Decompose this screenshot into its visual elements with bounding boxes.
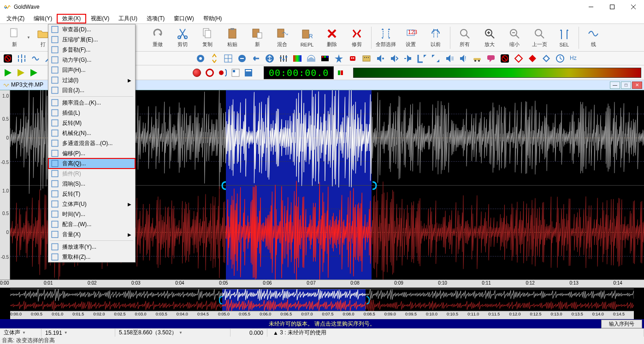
file-maximize[interactable]: □ [621, 82, 631, 89]
fx-car-icon[interactable] [472, 53, 482, 64]
tool2-button[interactable] [243, 68, 254, 78]
play2-button[interactable] [16, 68, 26, 78]
tb-zoom-sel[interactable]: SEL [552, 25, 576, 51]
tb-zoom-out[interactable]: 缩小 [502, 25, 526, 51]
menu-window[interactable]: 窗口(W) [169, 14, 198, 23]
fx-compress-icon[interactable] [17, 53, 27, 64]
effect-compressor[interactable]: 压缩/扩展(E)... [48, 35, 135, 45]
effect-interpolate[interactable]: 插值(L) [48, 108, 135, 118]
effect-invert[interactable]: 反转(M) [48, 118, 135, 128]
record-ring-button[interactable] [205, 68, 215, 78]
tb-select-all[interactable]: 全部选择 [374, 25, 398, 51]
effect-dynamics[interactable]: 动力学(G)... [48, 55, 135, 65]
menu-help[interactable]: 帮助(H) [199, 14, 227, 23]
fx-doppler-icon[interactable] [30, 53, 41, 64]
fx-icon-2[interactable] [209, 53, 219, 64]
fx-icon-1[interactable] [195, 53, 206, 64]
fx-icon-4[interactable] [237, 53, 247, 64]
record-button[interactable] [192, 68, 202, 78]
purchase-bar[interactable]: 未经许可的版本。 请点击这里购买序列号。 输入序列号 [0, 319, 644, 328]
file-minimize[interactable]: — [610, 82, 620, 89]
meter-toggle[interactable] [337, 68, 347, 78]
enter-serial-button[interactable]: 输入序列号 [601, 320, 642, 328]
status-position[interactable]: 0.000 [230, 329, 267, 337]
tb-trim[interactable]: 修剪 [345, 25, 369, 51]
fx-icon-6[interactable] [265, 53, 275, 64]
effect-mechanize[interactable]: 机械化(N)... [48, 128, 135, 138]
effect-stereo[interactable]: 立体声(U)▶ [48, 199, 135, 209]
maximize-button[interactable] [602, 0, 623, 14]
fx-speaker5-icon[interactable]: ! [458, 53, 468, 64]
menu-edit[interactable]: 编辑(Y) [29, 14, 57, 23]
fx-speaker1-icon[interactable] [375, 53, 385, 64]
status-channels[interactable]: 立体声▼ [0, 329, 41, 337]
menu-options[interactable]: 选项(T) [142, 14, 169, 23]
tb-replace[interactable]: RREPL [295, 25, 319, 51]
fx-diamond1-icon[interactable] [514, 53, 524, 64]
fx-chanR-icon[interactable] [431, 53, 441, 64]
tb-mix[interactable]: 混合 [270, 25, 294, 51]
effect-playback-rate[interactable]: 播放速率(Y)... [48, 242, 135, 252]
play3-button[interactable] [29, 68, 39, 78]
effect-flanger[interactable]: 回音(J)... [48, 85, 135, 95]
tb-cut[interactable]: 剪切 [171, 25, 195, 51]
time-ruler[interactable]: 0:000:010:020:030:040:050:060:070:080:09… [0, 280, 644, 288]
tb-set-sel[interactable]: 123设置 [399, 25, 423, 51]
tb-paste-new[interactable]: 新 [245, 25, 269, 51]
status-selection[interactable]: 5.158至8.660（3.502）▼ [115, 329, 230, 337]
fx-chat-icon[interactable] [486, 53, 496, 64]
fx-no-icon[interactable] [500, 53, 510, 64]
menu-view[interactable]: 视图(V) [86, 14, 114, 23]
status-length[interactable]: 15.191▼ [41, 329, 115, 337]
fx-mixer-icon[interactable] [361, 53, 372, 64]
effect-pitch[interactable]: 音高(Q)... [48, 158, 135, 169]
tb-line[interactable]: 线 [581, 25, 605, 51]
fx-diamond3-icon[interactable] [541, 53, 551, 64]
fx-icon-3[interactable] [223, 53, 233, 64]
tb-prev-page[interactable]: 上一页 [527, 25, 551, 51]
fx-clock-icon[interactable] [555, 53, 565, 64]
minimize-button[interactable] [580, 0, 602, 14]
tb-view-all[interactable]: 所有 [453, 25, 477, 51]
tb-redo[interactable]: 重做 [146, 25, 170, 51]
menu-file[interactable]: 文件(Z) [2, 14, 29, 23]
effect-censor[interactable]: 审查器(D)... [48, 24, 135, 35]
menu-tool[interactable]: 工具(U) [114, 14, 142, 23]
fx-robot-icon[interactable] [348, 53, 358, 64]
effect-echo[interactable]: 回声(H)... [48, 65, 135, 75]
fx-spectrum-icon[interactable] [292, 53, 302, 64]
play-button[interactable] [3, 68, 13, 78]
effect-voiceover[interactable]: 配音...(W)... [48, 219, 135, 229]
tb-paste[interactable]: 粘贴 [220, 25, 244, 51]
overview-handle-right[interactable] [365, 296, 371, 305]
file-close[interactable]: ✕ [632, 82, 642, 89]
effect-time[interactable]: 时间(V)... [48, 209, 135, 219]
effect-volume[interactable]: 音量(X)▶ [48, 229, 135, 239]
tool1-button[interactable] [230, 68, 241, 78]
tb-previous[interactable]: 以前 [424, 25, 448, 51]
fx-speaker3-icon[interactable] [403, 53, 413, 64]
effect-reverse[interactable]: 反转(T) [48, 189, 135, 199]
effect-freq-blend[interactable]: 频率混合...(K)... [48, 98, 135, 108]
tb-new[interactable]: 新 [2, 25, 26, 51]
overview-handle-left[interactable] [218, 296, 224, 305]
fx-rainbow-icon[interactable] [320, 53, 330, 64]
fx-icon-5[interactable] [251, 53, 261, 64]
menu-effect[interactable]: 效果(X) [57, 14, 86, 23]
effect-doppler[interactable]: 多普勒(F)... [48, 45, 135, 55]
fx-arch-icon[interactable] [306, 53, 316, 64]
effect-filter[interactable]: 过滤(I)▶ [48, 75, 135, 85]
tb-delete[interactable]: 删除 [320, 25, 344, 51]
fx-star-icon[interactable] [334, 53, 344, 64]
fx-hz-icon[interactable]: Hz [569, 53, 579, 64]
effect-resample[interactable]: 重取样(Z)... [48, 252, 135, 262]
overview-waveform[interactable] [10, 289, 634, 311]
tb-zoom-in[interactable]: 放大 [478, 25, 502, 51]
close-button[interactable] [623, 0, 644, 14]
fx-censor-icon[interactable] [3, 53, 13, 64]
fx-diamond2-icon[interactable] [527, 53, 538, 64]
fx-eq-icon[interactable] [278, 53, 289, 64]
fx-chanL-icon[interactable] [417, 53, 427, 64]
record-brace-button[interactable] [218, 68, 228, 78]
fx-speaker4-icon[interactable] [444, 53, 455, 64]
